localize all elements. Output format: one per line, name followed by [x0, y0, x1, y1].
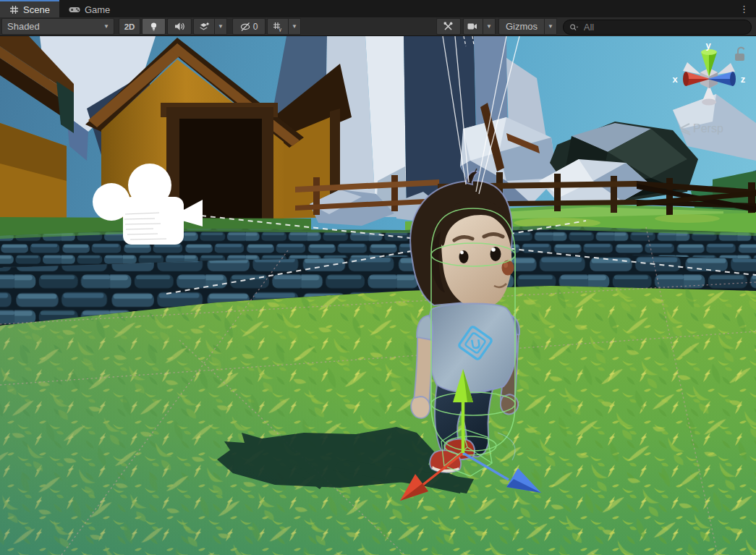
- toggle-2d-button[interactable]: 2D: [119, 18, 140, 35]
- tab-game[interactable]: Game: [59, 0, 119, 17]
- light-toggle-icon: [149, 22, 158, 32]
- unity-editor-window: Scene Game ⋮ Shaded ▼ 2D: [0, 0, 756, 555]
- tab-bar: Scene Game ⋮: [0, 0, 756, 17]
- gamepad-icon: [69, 5, 80, 14]
- camera-dropdown-caret[interactable]: ▼: [483, 18, 496, 35]
- editor-tools-button[interactable]: [436, 18, 461, 35]
- character-shirt: [428, 303, 517, 391]
- effects-dropdown-caret[interactable]: ▼: [215, 18, 227, 35]
- hidden-objects-count: 0: [253, 22, 258, 32]
- scene-visibility-toggle[interactable]: 0: [232, 18, 266, 35]
- shading-mode-dropdown[interactable]: Shaded ▼: [1, 18, 114, 35]
- editor-tools-icon: [443, 21, 454, 32]
- grid-dropdown-caret[interactable]: ▼: [289, 18, 301, 35]
- shading-mode-label: Shaded: [7, 21, 40, 32]
- gizmos-label: Gizmos: [506, 21, 538, 32]
- toolbar-spacer: [301, 17, 435, 35]
- grid-settings-icon: y: [273, 22, 283, 32]
- svg-text:y: y: [279, 27, 282, 32]
- tab-scene-label: Scene: [23, 4, 50, 15]
- scene-visibility-icon: [240, 22, 251, 32]
- axis-x-label: x: [672, 74, 678, 85]
- scene-viewport[interactable]: y x z Persp: [0, 36, 756, 555]
- more-menu-icon[interactable]: ⋮: [733, 0, 756, 17]
- scene-toolbar: Shaded ▼ 2D ▼: [0, 17, 756, 36]
- tab-game-label: Game: [85, 4, 110, 15]
- camera-settings-icon: [467, 22, 478, 30]
- audio-toggle-icon: [174, 22, 184, 31]
- scene-search-box[interactable]: [563, 20, 752, 35]
- search-icon: [569, 23, 579, 32]
- grass: [0, 286, 756, 555]
- gizmos-dropdown-caret[interactable]: ▼: [545, 18, 557, 35]
- tab-scene[interactable]: Scene: [0, 0, 59, 17]
- scene-grid-icon: [9, 5, 19, 14]
- gizmos-dropdown[interactable]: Gizmos: [498, 18, 545, 35]
- projection-mode-label: Persp: [693, 122, 723, 135]
- scene-search-input[interactable]: [582, 21, 745, 33]
- effects-toggle-icon: [199, 22, 210, 32]
- axis-y-label: y: [705, 40, 711, 51]
- axis-z-label: z: [741, 74, 746, 85]
- grid-visibility-button[interactable]: y: [267, 18, 289, 35]
- scene-effects-toggle[interactable]: [193, 18, 215, 35]
- scene-audio-toggle[interactable]: [167, 18, 192, 35]
- toggle-2d-label: 2D: [124, 22, 135, 31]
- scene-lighting-toggle[interactable]: [142, 18, 166, 35]
- scene-camera-button[interactable]: [463, 18, 483, 35]
